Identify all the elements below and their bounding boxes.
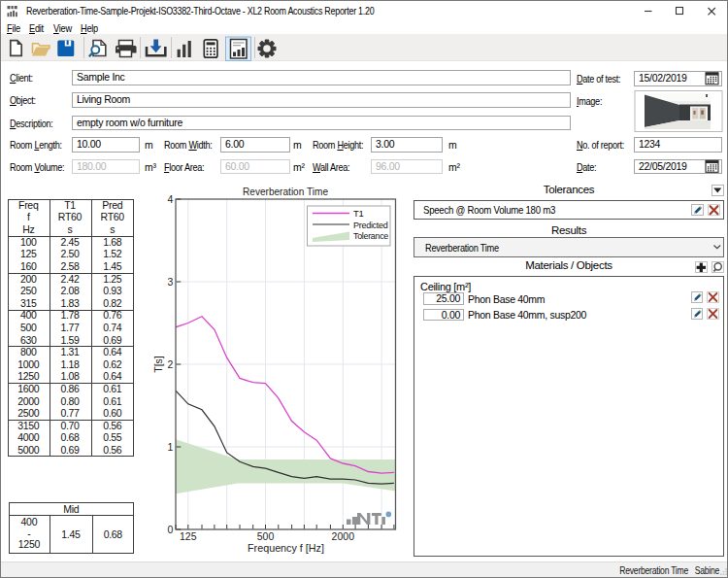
svg-text:3: 3 bbox=[167, 276, 173, 288]
svg-text:4: 4 bbox=[167, 193, 173, 205]
svg-text:1: 1 bbox=[167, 441, 173, 453]
svg-text:2: 2 bbox=[167, 358, 173, 370]
svg-text:Predicted: Predicted bbox=[353, 220, 388, 230]
svg-text:Frequency f [Hz]: Frequency f [Hz] bbox=[248, 542, 324, 554]
svg-text:Tolerance: Tolerance bbox=[353, 230, 388, 241]
svg-text:2000: 2000 bbox=[332, 530, 355, 542]
svg-text:T1: T1 bbox=[353, 208, 364, 219]
svg-text:Reverberation Time: Reverberation Time bbox=[243, 186, 328, 197]
svg-text:500: 500 bbox=[257, 530, 275, 542]
svg-text:0: 0 bbox=[167, 524, 173, 535]
svg-text:125: 125 bbox=[180, 530, 197, 542]
svg-text:T[s]: T[s] bbox=[152, 356, 164, 373]
